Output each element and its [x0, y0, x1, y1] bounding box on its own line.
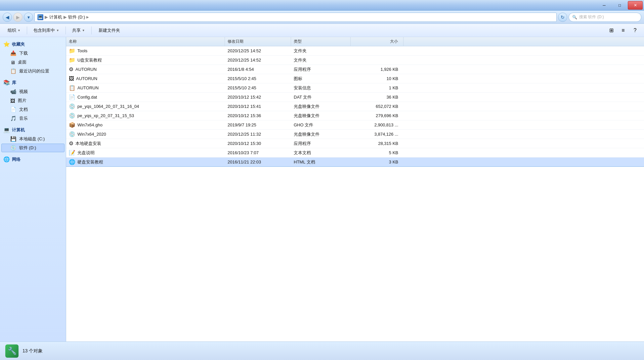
- file-cell-type: 文件夹: [291, 56, 351, 65]
- main-content: ⭐ 收藏夹 📥 下载 🖥 桌面 📋 最近访问的位置 📚 库: [0, 37, 644, 341]
- status-app-icon: 🔧: [5, 344, 19, 358]
- file-cell-date: 2016/10/23 7:07: [225, 148, 291, 157]
- table-row[interactable]: 📦 Win7x64.gho 2019/9/7 19:25 GHO 文件 2,90…: [66, 120, 644, 130]
- drive-d-icon: 💿: [10, 145, 17, 151]
- sidebar: ⭐ 收藏夹 📥 下载 🖥 桌面 📋 最近访问的位置 📚 库: [0, 37, 66, 341]
- file-name: AUTORUN: [76, 76, 97, 81]
- table-row[interactable]: 💿 Win7x64_2020 2020/12/25 11:32 光盘映像文件 3…: [66, 130, 644, 139]
- sidebar-header-favorites[interactable]: ⭐ 收藏夹: [0, 40, 66, 49]
- organize-chevron-icon: ▼: [18, 29, 21, 32]
- file-cell-type: DAT 文件: [291, 93, 351, 102]
- path-part-1[interactable]: 计算机: [49, 14, 62, 20]
- toolbar-separator-1: [27, 26, 27, 34]
- toolbar: 组织 ▼ 包含到库中 ▼ 共享 ▼ 新建文件夹 ⊞ ≡ ?: [0, 24, 644, 37]
- network-label: 网络: [12, 157, 21, 162]
- sidebar-item-videos[interactable]: 📹 视频: [1, 87, 64, 96]
- sidebar-item-drive-c[interactable]: 💾 本地磁盘 (C:): [1, 135, 64, 143]
- file-cell-type: 应用程序: [291, 65, 351, 74]
- path-dropdown-arrow[interactable]: ▶: [86, 15, 89, 19]
- include-library-button[interactable]: 包含到库中 ▼: [30, 25, 63, 35]
- file-name: 光盘说明: [77, 150, 95, 156]
- file-name: pe_yqs_1064_20_07_31_16_04: [77, 104, 139, 109]
- file-name: AUTORUN: [77, 85, 99, 90]
- col-header-type[interactable]: 类型: [291, 37, 351, 46]
- sidebar-item-pictures[interactable]: 🖼 图片: [1, 96, 64, 105]
- network-icon: 🌐: [3, 156, 10, 162]
- file-cell-size: 28,315 KB: [351, 139, 404, 148]
- recent-label: 最近访问的位置: [19, 68, 49, 74]
- include-library-label: 包含到库中: [33, 27, 55, 33]
- search-bar[interactable]: 🔍 搜索 软件 (D:): [569, 13, 641, 22]
- sidebar-header-computer[interactable]: 💻 计算机: [0, 125, 66, 134]
- sidebar-item-desktop[interactable]: 🖥 桌面: [1, 58, 64, 67]
- sidebar-item-documents[interactable]: 📄 文档: [1, 105, 64, 114]
- file-name: pe_yqs_xp_20_07_31_15_53: [77, 113, 134, 118]
- table-row[interactable]: 📁 U盘安装教程 2020/12/25 14:52 文件夹: [66, 56, 644, 65]
- table-row[interactable]: 🖼 AUTORUN 2015/5/10 2:45 图标 10 KB: [66, 74, 644, 83]
- help-button[interactable]: ?: [630, 26, 640, 35]
- status-text: 13 个对象: [22, 348, 43, 354]
- file-cell-name: 🌐 硬盘安装教程: [66, 158, 225, 166]
- pictures-label: 图片: [18, 98, 26, 104]
- share-label: 共享: [72, 27, 81, 33]
- table-row[interactable]: 🌐 硬盘安装教程 2016/11/21 22:03 HTML 文档 3 KB: [66, 158, 644, 167]
- sidebar-header-network[interactable]: 🌐 网络: [0, 155, 66, 164]
- file-cell-date: 2015/5/10 2:45: [225, 83, 291, 92]
- file-icon: 💿: [69, 112, 75, 119]
- sidebar-item-downloads[interactable]: 📥 下载: [1, 49, 64, 58]
- view-options-button[interactable]: ⊞: [606, 26, 616, 35]
- path-part-2[interactable]: 软件 (D:): [68, 14, 85, 20]
- table-row[interactable]: 📄 Config.dat 2020/10/12 15:42 DAT 文件 36 …: [66, 93, 644, 102]
- address-path[interactable]: 💻 ▶ 计算机 ▶ 软件 (D:) ▶: [34, 13, 557, 22]
- status-bar: 🔧 13 个对象: [0, 341, 644, 360]
- table-row[interactable]: ⚙ AUTORUN 2016/1/8 4:54 应用程序 1,926 KB: [66, 65, 644, 74]
- minimize-button[interactable]: ─: [597, 1, 612, 10]
- sidebar-header-library[interactable]: 📚 库: [0, 78, 66, 87]
- sidebar-section-computer: 💻 计算机 💾 本地磁盘 (C:) 💿 软件 (D:): [0, 125, 66, 152]
- file-cell-name: 📝 光盘说明: [66, 148, 225, 157]
- file-icon: ⚙: [69, 140, 73, 147]
- new-folder-button[interactable]: 新建文件夹: [94, 25, 124, 35]
- library-label: 库: [12, 80, 16, 86]
- table-row[interactable]: ⚙ 本地硬盘安装 2020/10/12 15:30 应用程序 28,315 KB: [66, 139, 644, 148]
- maximize-button[interactable]: □: [612, 1, 627, 10]
- sidebar-item-drive-d[interactable]: 💿 软件 (D:): [1, 144, 64, 152]
- table-row[interactable]: 💿 pe_yqs_xp_20_07_31_15_53 2020/10/12 15…: [66, 111, 644, 120]
- share-button[interactable]: 共享 ▼: [68, 25, 89, 35]
- file-name: 本地硬盘安装: [75, 141, 101, 147]
- search-icon: 🔍: [572, 15, 577, 20]
- file-cell-size: 3 KB: [351, 158, 404, 166]
- recent-locations-button[interactable]: ▾: [24, 13, 33, 22]
- organize-button[interactable]: 组织 ▼: [4, 25, 24, 35]
- file-cell-type: 图标: [291, 74, 351, 83]
- file-name: Win7x64.gho: [77, 122, 103, 127]
- col-header-size[interactable]: 大小: [351, 37, 404, 46]
- file-cell-type: 光盘映像文件: [291, 102, 351, 111]
- path-separator-1: ▶: [45, 15, 48, 20]
- back-button[interactable]: ◀: [3, 13, 12, 22]
- forward-button[interactable]: ▶: [13, 13, 22, 22]
- col-header-name[interactable]: 名称: [66, 37, 225, 46]
- table-row[interactable]: 📋 AUTORUN 2015/5/10 2:45 安装信息 1 KB: [66, 83, 644, 93]
- file-cell-date: 2020/10/12 15:41: [225, 102, 291, 111]
- sidebar-item-music[interactable]: 🎵 音乐: [1, 114, 64, 123]
- view-toggle-button[interactable]: ≡: [618, 26, 628, 35]
- file-cell-date: 2016/1/8 4:54: [225, 65, 291, 74]
- sidebar-section-network: 🌐 网络: [0, 155, 66, 164]
- file-icon: 📄: [69, 94, 75, 100]
- close-button[interactable]: ✕: [628, 1, 643, 10]
- table-row[interactable]: 📝 光盘说明 2016/10/23 7:07 文本文档 5 KB: [66, 148, 644, 158]
- file-cell-name: 💿 Win7x64_2020: [66, 130, 225, 139]
- refresh-button[interactable]: ↻: [558, 13, 567, 22]
- new-folder-label: 新建文件夹: [99, 27, 120, 33]
- desktop-icon: 🖥: [10, 60, 15, 65]
- col-header-date[interactable]: 修改日期: [225, 37, 291, 46]
- videos-icon: 📹: [10, 89, 17, 95]
- table-row[interactable]: 💿 pe_yqs_1064_20_07_31_16_04 2020/10/12 …: [66, 102, 644, 111]
- file-cell-date: 2020/12/25 14:52: [225, 46, 291, 55]
- favorites-icon: ⭐: [3, 41, 10, 47]
- file-cell-size: 652,072 KB: [351, 102, 404, 111]
- sidebar-item-recent[interactable]: 📋 最近访问的位置: [1, 67, 64, 75]
- table-row[interactable]: 📁 Tools 2020/12/25 14:52 文件夹: [66, 46, 644, 56]
- drive-c-label: 本地磁盘 (C:): [19, 136, 45, 142]
